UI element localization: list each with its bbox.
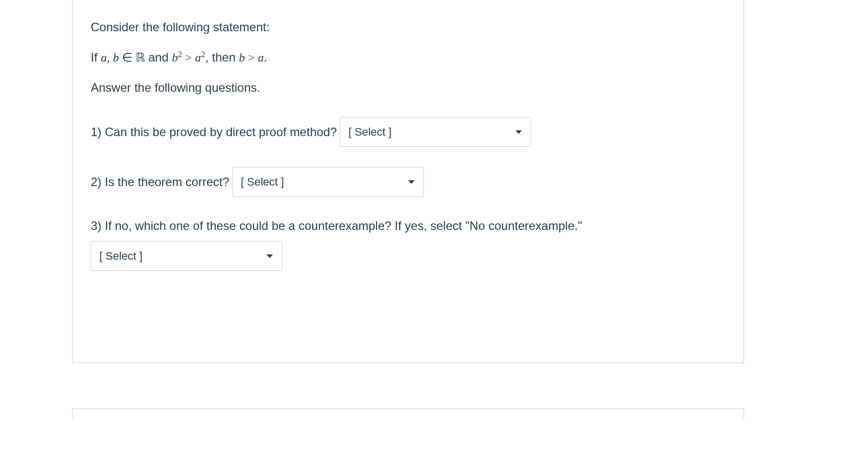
math-gt2: > — [245, 51, 258, 64]
theorem-and: and — [145, 50, 172, 64]
chevron-down-icon — [515, 128, 523, 136]
theorem-text: If — [91, 50, 101, 64]
chevron-down-icon — [407, 178, 415, 186]
question-2-row: 2) Is the theorem correct? [ Select ] — [91, 167, 725, 197]
next-card-peek — [72, 408, 744, 419]
statement-block: Consider the following statement: If a, … — [91, 18, 725, 97]
question-3-row: 3) If no, which one of these could be a … — [91, 217, 725, 271]
intro-line-3: Answer the following questions. — [91, 79, 725, 97]
question-1-select[interactable]: [ Select ] — [340, 117, 531, 147]
math-a: a — [101, 51, 107, 64]
math-a2: a — [195, 51, 201, 64]
math-in: ∈ — [119, 51, 136, 64]
question-3-label: 3) If no, which one of these could be a … — [91, 217, 725, 235]
math-a3: a — [258, 51, 264, 64]
theorem-line: If a, b ∈ ℝ and b2 > a2, then b > a. — [91, 48, 725, 67]
question-1-row: 1) Can this be proved by direct proof me… — [91, 117, 725, 147]
math-period: . — [264, 51, 267, 64]
math-sq2: 2 — [201, 49, 205, 59]
question-2-select-placeholder: [ Select ] — [241, 173, 397, 190]
theorem-then: , then — [205, 50, 239, 64]
page-root: Consider the following statement: If a, … — [0, 0, 868, 470]
math-b: b — [113, 51, 119, 64]
math-gt1: > — [182, 51, 195, 64]
math-b2: b — [172, 51, 178, 64]
question-3-select[interactable]: [ Select ] — [91, 241, 282, 271]
math-R: ℝ — [136, 51, 145, 64]
question-3-select-placeholder: [ Select ] — [99, 248, 256, 264]
chevron-down-icon — [266, 252, 274, 260]
question-1-select-placeholder: [ Select ] — [348, 124, 505, 140]
intro-line-1: Consider the following statement: — [91, 18, 725, 36]
question-2-select[interactable]: [ Select ] — [232, 167, 424, 197]
math-comma: , — [107, 51, 113, 64]
math-b3: b — [239, 51, 245, 64]
question-card: Consider the following statement: If a, … — [72, 0, 744, 363]
question-2-label: 2) Is the theorem correct? — [91, 173, 229, 191]
question-1-label: 1) Can this be proved by direct proof me… — [91, 123, 337, 141]
